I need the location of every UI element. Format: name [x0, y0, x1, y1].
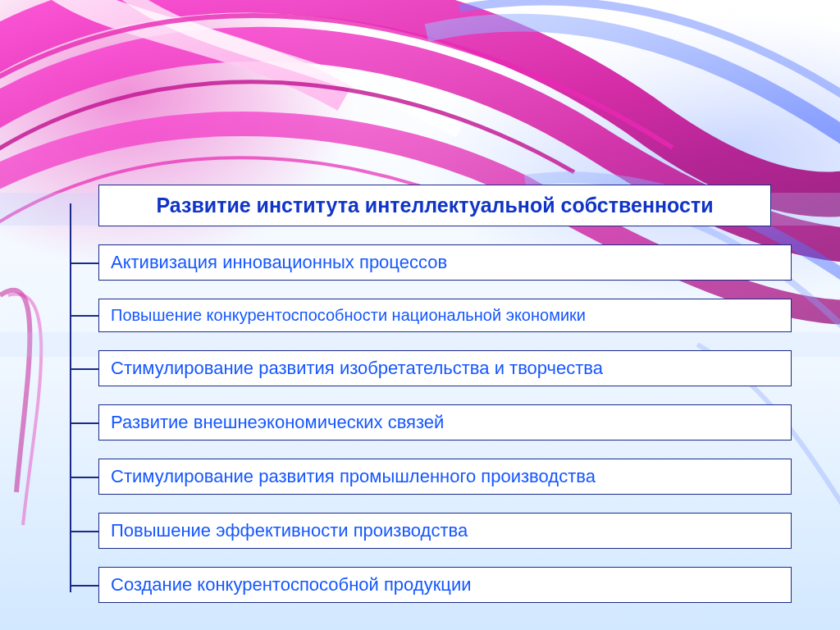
connector-arm — [70, 531, 98, 532]
item-row: Повышение конкурентоспособности национал… — [37, 299, 808, 332]
diagram-item: Стимулирование развития изобретательства… — [98, 350, 792, 386]
connector-arm — [70, 477, 98, 478]
item-row: Развитие внешнеэкономических связей — [37, 404, 808, 441]
item-row: Повышение эффективности производства — [37, 513, 808, 549]
connector-arm — [70, 315, 98, 317]
item-row: Активизация инновационных процессов — [37, 244, 808, 281]
connector-arm — [70, 585, 98, 587]
diagram-content: Развитие института интеллектуальной собс… — [37, 185, 808, 603]
diagram-item: Развитие внешнеэкономических связей — [98, 404, 792, 441]
diagram-title: Развитие института интеллектуальной собс… — [98, 185, 771, 226]
item-row: Стимулирование развития изобретательства… — [37, 350, 808, 386]
diagram-item: Создание конкурентоспособной продукции — [98, 567, 792, 603]
diagram-item: Активизация инновационных процессов — [98, 244, 792, 281]
diagram-item: Повышение эффективности производства — [98, 513, 792, 549]
diagram-item: Стимулирование развития промышленного пр… — [98, 459, 792, 495]
diagram-item: Повышение конкурентоспособности национал… — [98, 299, 792, 332]
item-row: Стимулирование развития промышленного пр… — [37, 459, 808, 495]
title-row: Развитие института интеллектуальной собс… — [37, 185, 808, 226]
connector-arm — [70, 422, 98, 424]
item-row: Создание конкурентоспособной продукции — [37, 567, 808, 603]
connector-arm — [70, 368, 98, 370]
connector-arm — [70, 262, 98, 264]
